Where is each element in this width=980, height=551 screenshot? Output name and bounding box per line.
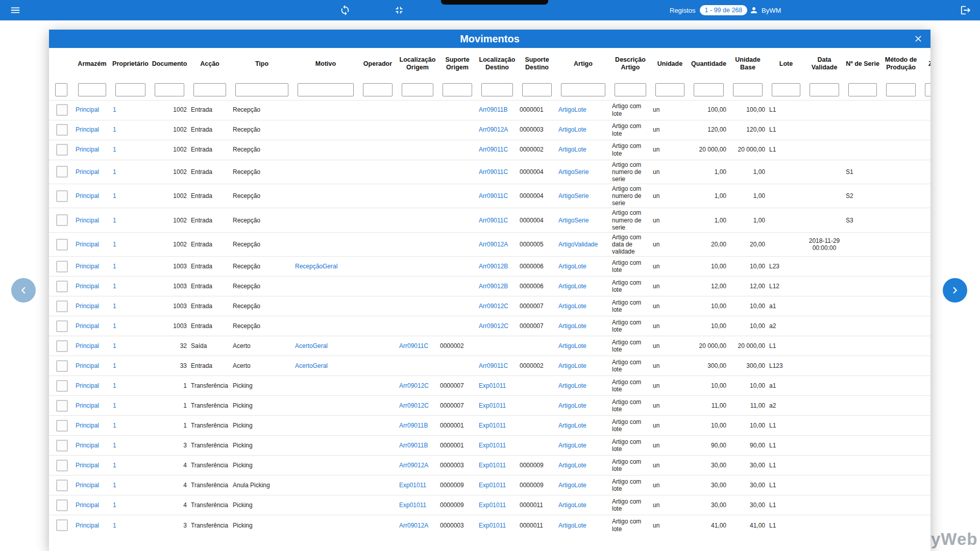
table-row[interactable]: Principal11003EntradaRecepçãoRecepçãoGer… bbox=[49, 257, 930, 277]
column-header-data_validade[interactable]: Data Validade bbox=[805, 48, 844, 80]
link-armazem[interactable]: Principal bbox=[76, 263, 99, 270]
row-checkbox[interactable] bbox=[56, 166, 68, 178]
link-armazem[interactable]: Principal bbox=[76, 382, 99, 389]
link-artigo[interactable]: ArtigoValidade bbox=[558, 241, 598, 248]
row-checkbox[interactable] bbox=[56, 261, 68, 272]
link-artigo[interactable]: ArtigoLote bbox=[558, 482, 586, 489]
filter-input-sup_origem[interactable] bbox=[443, 83, 472, 96]
link-loc_origem[interactable]: Arr09012A bbox=[399, 462, 428, 469]
close-button[interactable] bbox=[912, 33, 924, 45]
link-motivo[interactable]: RecepçãoGeral bbox=[295, 263, 337, 270]
filter-input-artigo[interactable] bbox=[561, 83, 605, 96]
link-artigo[interactable]: ArtigoLote bbox=[558, 442, 586, 449]
filter-input-n_serie[interactable] bbox=[848, 83, 877, 96]
row-checkbox[interactable] bbox=[56, 281, 68, 292]
link-armazem[interactable]: Principal bbox=[76, 106, 99, 113]
table-row[interactable]: Principal11002EntradaRecepçãoArr09011C00… bbox=[49, 184, 930, 208]
link-armazem[interactable]: Principal bbox=[76, 422, 99, 429]
row-checkbox[interactable] bbox=[56, 190, 68, 202]
link-artigo[interactable]: ArtigoLote bbox=[558, 322, 586, 330]
link-loc_destino[interactable]: Exp01011 bbox=[479, 382, 506, 389]
column-header-unidade[interactable]: Unidade bbox=[651, 48, 689, 80]
table-row[interactable]: Principal11002EntradaRecepçãoArr09011B00… bbox=[49, 100, 930, 120]
link-loc_destino[interactable]: Arr09011C bbox=[479, 168, 508, 176]
link-armazem[interactable]: Principal bbox=[76, 146, 99, 153]
column-header-sup_destino[interactable]: Suporte Destino bbox=[518, 48, 556, 80]
column-header-metodo_producao[interactable]: Método de Produção bbox=[881, 48, 920, 80]
column-header-artigo[interactable]: Artigo bbox=[556, 48, 610, 80]
link-proprietario[interactable]: 1 bbox=[113, 522, 116, 529]
link-proprietario[interactable]: 1 bbox=[113, 106, 116, 113]
link-armazem[interactable]: Principal bbox=[76, 442, 99, 449]
link-loc_destino[interactable]: Arr09012C bbox=[479, 322, 508, 330]
link-armazem[interactable]: Principal bbox=[76, 462, 99, 469]
link-proprietario[interactable]: 1 bbox=[113, 263, 116, 270]
link-proprietario[interactable]: 1 bbox=[113, 241, 116, 248]
link-armazem[interactable]: Principal bbox=[76, 482, 99, 489]
link-artigo[interactable]: ArtigoLote bbox=[558, 462, 586, 469]
link-proprietario[interactable]: 1 bbox=[113, 217, 116, 224]
row-checkbox[interactable] bbox=[56, 124, 68, 136]
link-loc_destino[interactable]: Exp01011 bbox=[479, 442, 506, 449]
column-header-quantidade[interactable]: Quantidade bbox=[689, 48, 728, 80]
column-header-operador[interactable]: Operador bbox=[358, 48, 397, 80]
link-armazem[interactable]: Principal bbox=[76, 402, 99, 409]
table-row[interactable]: Principal11TransferênciaPickingArr09012C… bbox=[49, 396, 930, 416]
link-artigo[interactable]: ArtigoLote bbox=[558, 362, 586, 369]
column-header-accao[interactable]: Acção bbox=[189, 48, 231, 80]
link-loc_destino[interactable]: Arr09012A bbox=[479, 126, 508, 133]
link-proprietario[interactable]: 1 bbox=[113, 146, 116, 153]
link-artigo[interactable]: ArtigoLote bbox=[558, 522, 586, 529]
table-row[interactable]: Principal11003EntradaRecepçãoArr09012C00… bbox=[49, 316, 930, 336]
table-row[interactable]: Principal11002EntradaRecepçãoArr09011C00… bbox=[49, 160, 930, 184]
link-loc_destino[interactable]: Exp01011 bbox=[479, 502, 506, 509]
filter-input-motivo[interactable] bbox=[298, 83, 354, 96]
link-proprietario[interactable]: 1 bbox=[113, 422, 116, 429]
refresh-button[interactable] bbox=[335, 0, 355, 20]
table-row[interactable]: Principal11TransferênciaPickingArr09012C… bbox=[49, 376, 930, 396]
link-proprietario[interactable]: 1 bbox=[113, 362, 116, 369]
logout-button[interactable] bbox=[955, 0, 976, 20]
next-page-button[interactable] bbox=[943, 278, 967, 303]
link-loc_destino[interactable]: Arr09011B bbox=[479, 106, 507, 113]
filter-input-descricao[interactable] bbox=[615, 83, 646, 96]
column-header-documento[interactable]: Documento bbox=[150, 48, 189, 80]
column-header-descricao[interactable]: Descrição Artigo bbox=[610, 48, 651, 80]
row-checkbox[interactable] bbox=[56, 420, 68, 432]
link-loc_origem[interactable]: Arr09011C bbox=[399, 342, 428, 349]
link-loc_destino[interactable]: Arr09012B bbox=[479, 283, 508, 290]
link-loc_destino[interactable]: Arr09011C bbox=[479, 362, 508, 369]
column-header-lote[interactable]: Lote bbox=[767, 48, 805, 80]
table-row[interactable]: Principal11003EntradaRecepçãoArr09012C00… bbox=[49, 296, 930, 316]
link-armazem[interactable]: Principal bbox=[76, 322, 99, 330]
link-loc_destino[interactable]: Arr09011C bbox=[479, 217, 508, 224]
link-loc_origem[interactable]: Exp01011 bbox=[399, 482, 426, 489]
link-proprietario[interactable]: 1 bbox=[113, 462, 116, 469]
link-motivo[interactable]: AcertoGeral bbox=[295, 342, 328, 349]
link-armazem[interactable]: Principal bbox=[76, 126, 99, 133]
link-armazem[interactable]: Principal bbox=[76, 303, 99, 310]
filter-input-unidade[interactable] bbox=[655, 83, 684, 96]
link-proprietario[interactable]: 1 bbox=[113, 126, 116, 133]
table-row[interactable]: Principal11002EntradaRecepçãoArr09012A00… bbox=[49, 232, 930, 256]
link-loc_origem[interactable]: Arr09012C bbox=[399, 382, 429, 389]
link-armazem[interactable]: Principal bbox=[76, 217, 99, 224]
link-armazem[interactable]: Principal bbox=[76, 192, 99, 199]
link-proprietario[interactable]: 1 bbox=[113, 192, 116, 199]
link-proprietario[interactable]: 1 bbox=[113, 283, 116, 290]
link-artigo[interactable]: ArtigoLote bbox=[558, 422, 586, 429]
link-loc_destino[interactable]: Arr09012B bbox=[479, 263, 508, 270]
link-loc_destino[interactable]: Exp01011 bbox=[479, 402, 506, 409]
row-checkbox[interactable] bbox=[56, 400, 68, 412]
link-proprietario[interactable]: 1 bbox=[113, 482, 116, 489]
filter-input-documento[interactable] bbox=[155, 83, 184, 96]
link-artigo[interactable]: ArtigoSerie bbox=[558, 217, 589, 224]
link-artigo[interactable]: ArtigoLote bbox=[558, 106, 586, 113]
table-row[interactable]: Principal14TransferênciaPickingArr09012A… bbox=[49, 456, 930, 475]
table-row[interactable]: Principal11003EntradaRecepçãoArr09012B00… bbox=[49, 277, 930, 296]
link-loc_origem[interactable]: Exp01011 bbox=[399, 502, 426, 509]
link-armazem[interactable]: Principal bbox=[76, 283, 99, 290]
link-artigo[interactable]: ArtigoSerie bbox=[558, 192, 589, 199]
table-row[interactable]: Principal133EntradaAcertoAcertoGeralArr0… bbox=[49, 356, 930, 376]
table-row[interactable]: Principal11002EntradaRecepçãoArr09012A00… bbox=[49, 120, 930, 140]
